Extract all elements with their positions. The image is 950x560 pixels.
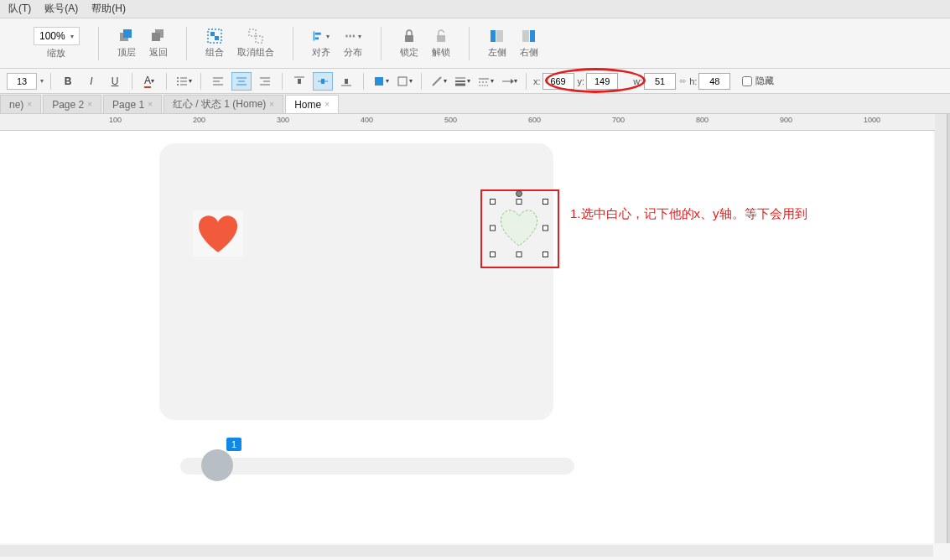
underline-button[interactable]: U [105,72,125,91]
divider [293,27,293,60]
close-icon[interactable]: × [324,100,330,109]
distribute-label: 分布 [344,46,362,59]
hide-checkbox[interactable] [742,76,752,86]
menu-account[interactable]: 账号(A) [38,2,85,16]
lock-group[interactable]: 锁定 [400,28,418,59]
close-icon[interactable]: × [148,100,153,109]
align-group[interactable]: 对齐 [312,28,330,59]
coord-w: w: [633,73,676,90]
slider-thumb[interactable] [201,449,233,481]
svg-rect-10 [315,33,321,35]
slider-track[interactable] [180,458,574,474]
unlock-label: 解锁 [432,46,450,59]
svg-rect-19 [522,30,529,42]
coord-x: x: [533,73,574,90]
panel-right-group[interactable]: 右侧 [520,28,538,59]
unlock-group[interactable]: 解锁 [432,28,450,59]
font-color-button[interactable]: A▾ [139,72,159,91]
svg-rect-16 [437,35,445,42]
bring-front-group[interactable]: 顶层 [117,28,136,59]
line-button[interactable]: ▾ [428,72,449,91]
group-label: 组合 [205,46,224,59]
menu-team[interactable]: 队(T) [2,2,38,16]
tab-ne[interactable]: ne)× [0,95,41,113]
arrow-button[interactable]: ▾ [499,72,519,91]
resize-handle-nw[interactable] [490,199,496,205]
font-size-input[interactable] [7,73,37,90]
distribute-group[interactable]: 分布 [344,28,362,59]
artboard-rect[interactable] [159,143,553,420]
red-heart-widget[interactable] [193,210,243,257]
zoom-group: 100% 缩放 [34,27,80,60]
border-color-button[interactable]: ▾ [394,72,414,91]
align-right-button[interactable] [255,72,275,91]
lock-icon [401,28,418,44]
rotation-handle[interactable] [516,190,522,197]
close-icon[interactable]: × [269,100,274,109]
send-back-label: 返回 [149,46,168,59]
line-weight-button[interactable]: ▾ [452,72,472,91]
align-left-button[interactable] [208,72,228,91]
y-input[interactable] [586,73,618,90]
svg-rect-12 [345,35,347,38]
vertical-scrollbar[interactable] [935,114,947,543]
line-style-button[interactable]: ▾ [475,72,496,91]
ribbon-toolbar: 100% 缩放 顶层 返回 组合 取消组合 对齐 分布 锁定 解锁 左侧 [0,18,950,69]
menu-help[interactable]: 帮助(H) [85,2,132,16]
valign-top-button[interactable] [289,72,309,91]
canvas[interactable]: 1.选中白心，记下他的x、y轴。等下会用到 1 [0,131,933,543]
resize-handle-sw[interactable] [490,251,496,257]
svg-point-25 [177,84,179,86]
divider [469,27,470,60]
tab-page1[interactable]: Page 1× [103,95,162,113]
link-wh-icon[interactable]: ⬄ [679,76,686,86]
ungroup-group[interactable]: 取消组合 [237,28,274,59]
valign-bottom-button[interactable] [336,72,356,91]
bullet-list-button[interactable]: ▾ [174,72,194,91]
panel-left-icon [489,28,506,44]
align-icon [313,28,330,44]
tab-redheart-state[interactable]: 红心 / 状态 1 (Home)× [164,95,283,113]
svg-rect-17 [491,30,496,42]
tab-home[interactable]: Home× [285,95,339,113]
svg-rect-3 [152,33,160,41]
svg-rect-13 [349,35,350,38]
hide-checkbox-group[interactable]: 隐藏 [742,75,774,87]
panel-right-icon [521,28,537,44]
y-label: y: [578,76,585,86]
svg-rect-11 [315,37,319,39]
white-heart-widget-selected[interactable] [493,202,545,254]
resize-handle-se[interactable] [542,251,548,257]
horizontal-scrollbar[interactable] [0,545,933,557]
resize-handle-w[interactable] [490,226,496,231]
panel-left-label: 左侧 [488,46,506,59]
x-label: x: [533,76,541,86]
annotation-text: 1.选中白心，记下他的x、y轴。等下会用到 [570,206,807,222]
bold-button[interactable]: B [58,72,78,91]
close-icon[interactable]: × [27,100,32,109]
italic-button[interactable]: I [81,72,101,91]
svg-line-44 [433,77,441,86]
resize-handle-ne[interactable] [542,199,548,205]
divider [98,27,99,60]
resize-handle-e[interactable] [542,226,548,231]
align-center-button[interactable] [231,72,252,91]
ungroup-label: 取消组合 [237,46,274,59]
tab-page2[interactable]: Page 2× [43,95,101,113]
svg-rect-39 [321,79,324,84]
ungroup-icon [247,28,264,44]
close-icon[interactable]: × [87,100,92,109]
panel-left-group[interactable]: 左侧 [488,28,506,59]
w-input[interactable] [644,73,676,90]
resize-handle-n[interactable] [517,199,522,205]
slider-value-badge: 1 [226,438,241,451]
zoom-dropdown[interactable]: 100% [34,27,80,45]
x-input[interactable] [542,73,574,90]
fill-color-button[interactable]: ▾ [371,72,391,91]
send-back-group[interactable]: 返回 [149,28,168,59]
resize-handle-s[interactable] [517,251,522,257]
w-label: w: [633,76,642,86]
h-input[interactable] [698,73,730,90]
group-group[interactable]: 组合 [205,28,224,59]
valign-middle-button[interactable] [313,72,333,91]
